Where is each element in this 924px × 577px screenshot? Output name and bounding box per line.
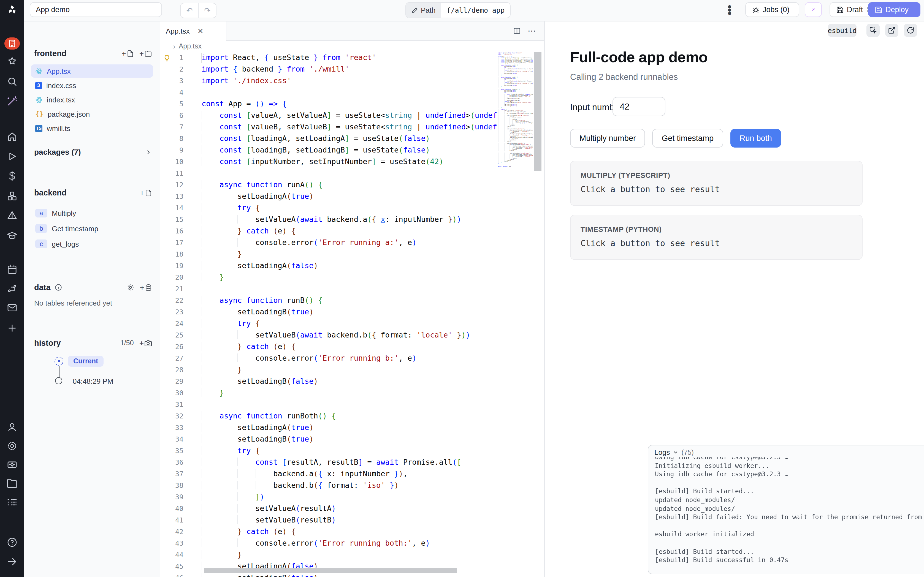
backend-item-Get timestamp[interactable]: bGet timestamp [31, 222, 153, 235]
code-line[interactable]: 7 const [valueB, setValueB] = useState<s… [161, 121, 498, 133]
undo-button[interactable]: ↶ [181, 3, 198, 18]
code-line[interactable]: 16 } catch (e) { [161, 225, 498, 237]
chevron-down-icon[interactable] [672, 449, 679, 455]
code-line[interactable]: 17 console.error('Error running a:', e) [161, 237, 498, 248]
code-line[interactable]: 12 async function runA() { [161, 179, 498, 190]
logs-panel[interactable]: Logs (75) Using idb cache for csstype@3.… [648, 445, 924, 574]
code-line[interactable]: 36 const [resultA, resultB] = await Prom… [161, 456, 498, 468]
code-line[interactable]: 43 console.error('Error running both:', … [161, 537, 498, 549]
code-line[interactable]: 10 const [inputNumber, setInputNumber] =… [161, 156, 498, 168]
code-line[interactable]: 19 setLoadingA(false) [161, 260, 498, 271]
close-tab-icon[interactable]: ✕ [197, 27, 203, 35]
code-line[interactable]: 39 ]) [161, 491, 498, 503]
code-line[interactable]: 18 } [161, 248, 498, 260]
horizontal-scrollbar[interactable] [204, 567, 457, 573]
code-line[interactable]: 37 backend.a({ x: inputNumber }), [161, 468, 498, 480]
file-item-wmill.ts[interactable]: TSwmill.ts [31, 122, 153, 135]
code-line[interactable]: 15 setValueA(await backend.a({ x: inputN… [161, 214, 498, 225]
add-folder-button[interactable]: + [139, 49, 152, 58]
tab-app-tsx[interactable]: App.tsx ✕ [160, 21, 226, 40]
add-table-button[interactable]: + [140, 283, 152, 292]
minimap[interactable]: import React, { useState } from 'react'i… [498, 52, 533, 184]
preview-button-run-both[interactable]: Run both [730, 129, 781, 148]
code-line[interactable]: 14 try { [161, 202, 498, 214]
editor-more-icon[interactable]: ⋯ [528, 26, 537, 36]
code-line[interactable]: 23 setLoadingB(true) [161, 306, 498, 318]
code-line[interactable]: 32 async function runBoth() { [161, 410, 498, 422]
rail-item-list-icon[interactable] [6, 496, 18, 508]
code-line[interactable]: 44 } [161, 549, 498, 561]
code-editor[interactable]: 1import React, { useState } from 'react'… [161, 52, 498, 577]
code-line[interactable]: 20 } [161, 271, 498, 283]
jobs-button[interactable]: Jobs (0) [745, 2, 799, 17]
rail-item-service-gear-icon[interactable] [6, 459, 18, 470]
code-line[interactable]: 27 console.error('Error running b:', e) [161, 352, 498, 364]
rail-item-person-icon[interactable] [6, 422, 18, 433]
code-line[interactable]: 29 setLoadingB(false) [161, 376, 498, 387]
code-line[interactable]: 9 const [loadingB, setLoadingB] = useSta… [161, 144, 498, 156]
code-line[interactable]: 22 async function runB() { [161, 295, 498, 306]
rail-item-wand-icon[interactable] [6, 96, 18, 107]
backend-item-get_logs[interactable]: cget_logs [31, 237, 153, 250]
code-line[interactable]: 1import React, { useState } from 'react' [161, 52, 498, 63]
deploy-button[interactable]: Deploy [868, 2, 920, 17]
refresh-button[interactable] [904, 24, 917, 37]
app-title-input[interactable] [30, 2, 162, 17]
rail-item-arrow-right-icon[interactable] [6, 556, 18, 567]
code-line[interactable]: 42 } catch (e) { [161, 526, 498, 537]
rail-item-calendar-icon[interactable] [6, 264, 18, 275]
rail-item-route-icon[interactable] [6, 283, 18, 294]
rail-item-gear-icon[interactable] [6, 440, 18, 451]
more-menu-icon[interactable]: ●●● [726, 5, 733, 15]
add-runnable-button[interactable]: + [140, 188, 152, 197]
file-item-index.tsx[interactable]: index.tsx [31, 93, 153, 106]
code-line[interactable]: 11 [161, 168, 498, 179]
input-number-field[interactable] [613, 97, 665, 116]
code-line[interactable]: 6 const [valueA, setValueA] = useState<s… [161, 110, 498, 121]
rail-item-mail-icon[interactable] [6, 302, 18, 313]
code-line[interactable]: 8 const [loadingA, setLoadingA] = useSta… [161, 133, 498, 144]
code-line[interactable]: 30 } [161, 387, 498, 399]
breadcrumb[interactable]: › App.tsx [160, 40, 544, 52]
split-editor-icon[interactable] [513, 27, 521, 35]
packages-section-header[interactable]: packages (7) [34, 148, 152, 156]
windmill-logo[interactable] [5, 4, 19, 16]
ai-wand-button[interactable] [805, 2, 822, 17]
code-line[interactable]: 13 setLoadingA(true) [161, 190, 498, 202]
code-line[interactable]: 28 } [161, 364, 498, 376]
rail-item-graduation-cap-icon[interactable] [6, 230, 18, 241]
gear-icon[interactable] [127, 284, 134, 291]
rail-item-apps-workspace[interactable] [5, 37, 20, 50]
code-line[interactable]: 4 [161, 87, 498, 98]
code-line[interactable]: 38 backend.b({ format: 'iso' }) [161, 480, 498, 491]
code-line[interactable]: 34 setLoadingB(true) [161, 433, 498, 445]
rail-item-play-icon[interactable] [6, 151, 18, 162]
file-item-index.css[interactable]: 3index.css [31, 79, 153, 92]
code-line[interactable]: 21 [161, 283, 498, 295]
code-line[interactable]: 31 [161, 399, 498, 410]
rail-item-cubes-icon[interactable] [6, 190, 18, 201]
code-line[interactable]: 24 try { [161, 318, 498, 329]
history-node[interactable] [55, 377, 62, 384]
inspect-select-button[interactable] [866, 24, 880, 37]
lightbulb-icon[interactable] [163, 54, 171, 64]
code-line[interactable]: 25 setValueB(await backend.b({ format: '… [161, 329, 498, 341]
file-item-package.json[interactable]: {}package.json [31, 107, 153, 121]
code-line[interactable]: 3import './index.css' [161, 75, 498, 87]
path-chip[interactable]: Path f/all/demo_app [405, 2, 511, 18]
rail-item-folder-icon[interactable] [6, 478, 18, 489]
code-line[interactable]: 40 setValueA(resultA) [161, 503, 498, 514]
code-line[interactable]: 33 setLoadingA(true) [161, 422, 498, 433]
history-current-chip[interactable]: Current [68, 356, 103, 367]
runtime-badge[interactable]: esbuild [828, 24, 856, 37]
rail-item-pyramid-icon[interactable] [6, 210, 18, 221]
preview-button-multiply-number[interactable]: Multiply number [570, 129, 645, 148]
add-file-button[interactable]: + [121, 49, 134, 58]
rail-item-star-icon[interactable] [6, 56, 18, 67]
rail-item-search-icon[interactable] [6, 76, 18, 87]
code-line[interactable]: 2import { backend } from './wmill' [161, 63, 498, 75]
code-line[interactable]: 26 } catch (e) { [161, 341, 498, 352]
add-snapshot-button[interactable]: + [139, 338, 152, 347]
code-line[interactable]: 35 try { [161, 445, 498, 456]
logs-output[interactable]: Using idb cache for csstype@3.2.3 …Initi… [655, 457, 924, 572]
